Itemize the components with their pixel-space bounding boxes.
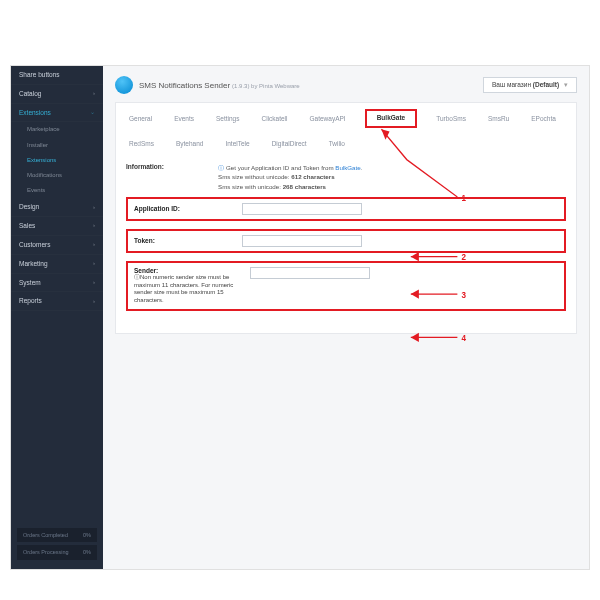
sidebar-sub-installer[interactable]: Installer [11,138,103,153]
sidebar-sub-marketplace[interactable]: Marketplace [11,122,103,137]
tab-bulkgate[interactable]: BulkGate [365,109,418,128]
chevron-right-icon: › [93,260,95,267]
tab-events[interactable]: Events [171,113,197,124]
tab-clickatell[interactable]: Clickatell [259,113,291,124]
info-icon: ⓘ [218,163,224,172]
chevron-right-icon: › [93,204,95,211]
token-label: Token: [134,237,234,244]
chevron-right-icon: › [93,279,95,286]
orders-completed: Orders Completed0% [17,528,97,543]
sidebar-sub-extensions[interactable]: Extensions [11,153,103,168]
sidebar-sub-events[interactable]: Events [11,183,103,198]
sidebar-item-share[interactable]: Share buttons [11,66,103,85]
sidebar: Share buttons Catalog› Extensions⌄ Marke… [11,66,103,569]
chevron-right-icon: › [93,241,95,248]
tab-inteltele[interactable]: IntelTele [222,138,252,149]
sidebar-sub-modifications[interactable]: Modifications [11,168,103,183]
tab-bytehand[interactable]: Bytehand [173,138,206,149]
svg-marker-9 [411,333,419,342]
application-id-label: Application ID: [134,205,234,212]
sidebar-item-system[interactable]: System› [11,274,103,293]
store-select[interactable]: Ваш магазин (Default) ▾ [483,77,577,93]
main-content: SMS Notifications Sender (1.9.3) by Pint… [103,66,589,569]
settings-panel: General Events Settings Clickatell Gatew… [115,102,577,334]
module-logo-icon [115,76,133,94]
provider-tabs: General Events Settings Clickatell Gatew… [126,111,566,157]
sidebar-item-reports[interactable]: Reports› [11,292,103,311]
tab-settings[interactable]: Settings [213,113,243,124]
chevron-down-icon: ⌄ [90,109,95,116]
orders-processing: Orders Processing0% [17,545,97,560]
tab-twilio[interactable]: Twilio [326,138,348,149]
token-group: Token: [126,229,566,253]
chevron-right-icon: › [93,90,95,97]
sidebar-item-catalog[interactable]: Catalog› [11,85,103,104]
sender-group: Sender: ⓘNon numeric sender size must be… [126,261,566,311]
tab-general[interactable]: General [126,113,155,124]
chevron-right-icon: › [93,222,95,229]
sidebar-item-design[interactable]: Design› [11,198,103,217]
tab-epochta[interactable]: EPochta [528,113,559,124]
sidebar-footer: Orders Completed0% Orders Processing0% [11,522,103,569]
application-id-input[interactable] [242,203,362,215]
tab-gatewayapi[interactable]: GatewayAPI [307,113,349,124]
token-input[interactable] [242,235,362,247]
info-row: Information: ⓘGet your Application ID an… [126,157,566,197]
tab-smsru[interactable]: SmsRu [485,113,512,124]
page-title: SMS Notifications Sender (1.9.3) by Pint… [139,81,477,90]
sender-input[interactable] [250,267,370,279]
chevron-down-icon: ▾ [564,81,568,88]
chevron-right-icon: › [93,298,95,305]
info-label: Information: [126,163,218,170]
bulkgate-link[interactable]: BulkGate [335,164,360,171]
tab-turbosms[interactable]: TurboSms [433,113,469,124]
sidebar-item-sales[interactable]: Sales› [11,217,103,236]
info-value: ⓘGet your Application ID and Token from … [218,163,566,191]
page-header: SMS Notifications Sender (1.9.3) by Pint… [115,76,577,94]
sidebar-item-customers[interactable]: Customers› [11,236,103,255]
sender-help: ⓘNon numeric sender size must be maximum… [134,274,234,305]
sidebar-item-marketing[interactable]: Marketing› [11,255,103,274]
tab-redsms[interactable]: RedSms [126,138,157,149]
sidebar-item-extensions[interactable]: Extensions⌄ [11,104,103,123]
sender-label: Sender: [134,267,234,274]
application-id-group: Application ID: [126,197,566,221]
tab-digitaldirect[interactable]: DigitalDirect [269,138,310,149]
